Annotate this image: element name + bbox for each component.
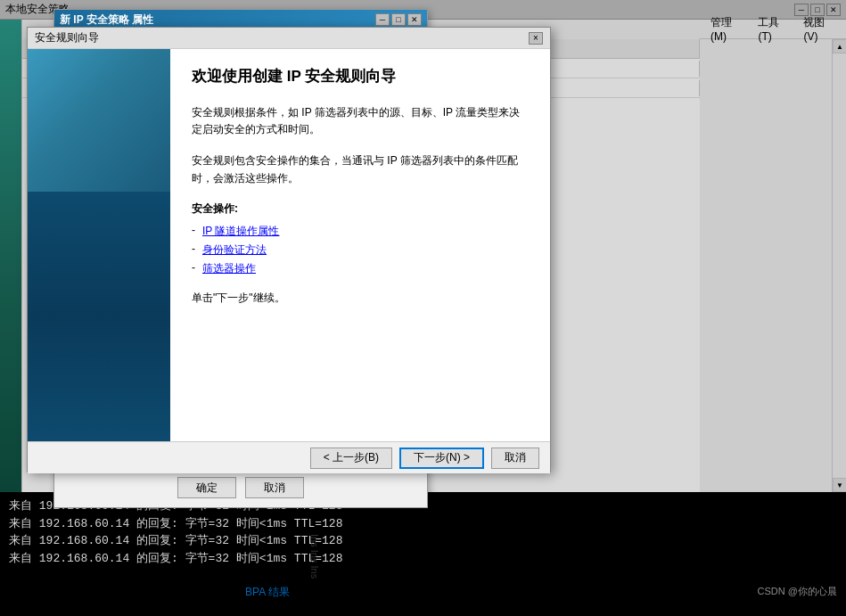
sub-confirm-btn[interactable]: 确定 <box>177 477 236 498</box>
list-item-2: - 筛选器操作 <box>192 261 529 276</box>
wizard-left-bottom <box>28 192 170 441</box>
wizard-continue: 单击"下一步"继续。 <box>192 291 529 306</box>
sub-dialog-controls: ─ □ ✕ <box>375 13 422 26</box>
wizard-cancel-btn[interactable]: 取消 <box>491 448 539 469</box>
wizard-right-panel: 欢迎使用创建 IP 安全规则向导 安全规则根据条件，如 IP 筛选器列表中的源、… <box>170 49 550 441</box>
wizard-footer: < 上一步(B) 下一步(N) > 取消 <box>28 441 550 473</box>
sub-dialog-min-btn[interactable]: ─ <box>375 13 390 26</box>
list-item-0: - IP 隧道操作属性 <box>192 224 529 239</box>
ins-text: Ins Ins Ins <box>309 534 320 579</box>
list-dash-0: - <box>192 224 195 236</box>
wizard-main-title: 欢迎使用创建 IP 安全规则向导 <box>192 67 529 86</box>
wizard-back-btn[interactable]: < 上一步(B) <box>310 448 392 469</box>
sub-dialog-max-btn[interactable]: □ <box>391 13 406 26</box>
sub-dialog-title: 新 IP 安全策略 属性 <box>60 12 153 28</box>
list-dash-1: - <box>192 242 195 255</box>
list-dash-2: - <box>192 261 195 274</box>
wizard-section-1: 安全规则根据条件，如 IP 筛选器列表中的源、目标、IP 流量类型来决定启动安全… <box>192 104 529 138</box>
wizard-section-2: 安全规则包含安全操作的集合，当通讯与 IP 筛选器列表中的条件匹配时，会激活这些… <box>192 152 529 186</box>
wizard-body: 欢迎使用创建 IP 安全规则向导 安全规则根据条件，如 IP 筛选器列表中的源、… <box>28 49 550 441</box>
list-link-2[interactable]: 筛选器操作 <box>202 261 256 276</box>
wizard-next-btn[interactable]: 下一步(N) > <box>399 448 484 469</box>
wizard-titlebar: 安全规则向导 × <box>28 28 550 49</box>
list-item-1: - 身份验证方法 <box>192 242 529 258</box>
wizard-title: 安全规则向导 <box>35 30 99 45</box>
wizard-left-top <box>28 49 170 192</box>
wizard-list: - IP 隧道操作属性 - 身份验证方法 - 筛选器操作 <box>192 224 529 276</box>
sub-cancel-btn[interactable]: 取消 <box>245 477 304 498</box>
sub-dialog-close-btn[interactable]: ✕ <box>407 13 422 26</box>
list-link-1[interactable]: 身份验证方法 <box>202 242 267 258</box>
sub-dialog-footer: 确定 取消 <box>54 477 427 498</box>
wizard-left-panel <box>28 49 170 441</box>
wizard-close-btn[interactable]: × <box>529 32 543 45</box>
list-link-0[interactable]: IP 隧道操作属性 <box>202 224 279 239</box>
wizard-dialog: 安全规则向导 × 欢迎使用创建 IP 安全规则向导 安全规则根据条件，如 IP … <box>27 27 551 472</box>
security-actions-label: 安全操作: <box>192 201 529 217</box>
